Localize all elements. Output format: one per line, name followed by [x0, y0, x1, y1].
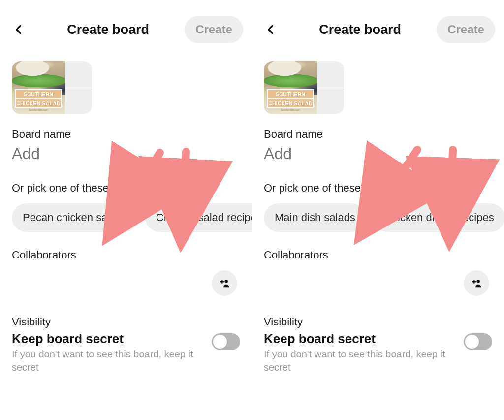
thumb-site: SouthernBite.com — [264, 108, 317, 111]
pick-one-label: Or pick one of these: — [264, 182, 492, 194]
pin-thumbnail: SOUTHERN PECAN CHICKEN SALAD SouthernBit… — [264, 61, 317, 114]
secret-row: Keep board secret If you don't want to s… — [264, 331, 492, 374]
suggestion-chips: Main dish salads Chicken dinner recipes — [264, 203, 492, 232]
create-board-panel-right: Create board Create SOUTHERN PECAN CHICK… — [252, 0, 504, 420]
secret-toggle[interactable] — [464, 333, 492, 350]
add-person-icon — [219, 278, 230, 288]
suggestion-chip[interactable]: Main dish salads — [264, 203, 366, 232]
suggestion-chip[interactable]: Chicken dinner recipes — [373, 203, 504, 232]
secret-subtitle: If you don't want to see this board, kee… — [264, 348, 446, 374]
board-name-input[interactable] — [12, 143, 240, 168]
page-title: Create board — [32, 22, 185, 37]
collaborators-label: Collaborators — [12, 249, 240, 261]
collaborators-label: Collaborators — [264, 249, 492, 261]
create-board-panel-left: Create board Create SOUTHERN PECAN CHICK… — [0, 0, 252, 420]
content: SOUTHERN PECAN CHICKEN SALAD SouthernBit… — [252, 61, 504, 374]
add-collaborator-button[interactable] — [212, 270, 237, 296]
pin-preview-row: SOUTHERN PECAN CHICKEN SALAD SouthernBit… — [264, 61, 492, 114]
pin-preview-row: SOUTHERN PECAN CHICKEN SALAD SouthernBit… — [12, 61, 240, 114]
chevron-left-icon — [266, 24, 276, 35]
add-collaborator-button[interactable] — [464, 270, 489, 296]
pick-one-label: Or pick one of these: — [12, 182, 240, 194]
secret-title: Keep board secret — [12, 331, 194, 347]
collaborators-row — [264, 270, 492, 296]
secret-title: Keep board secret — [264, 331, 446, 347]
board-name-input[interactable] — [264, 143, 492, 168]
secret-text: Keep board secret If you don't want to s… — [12, 331, 194, 374]
thumb-site: SouthernBite.com — [12, 108, 65, 111]
create-button[interactable]: Create — [437, 16, 495, 43]
create-button[interactable]: Create — [185, 16, 243, 43]
page-title: Create board — [284, 22, 437, 37]
svg-point-3 — [476, 280, 479, 283]
secret-text: Keep board secret If you don't want to s… — [264, 331, 446, 374]
secret-row: Keep board secret If you don't want to s… — [12, 331, 240, 374]
thumb-text-line2: CHICKEN SALAD — [15, 98, 62, 108]
svg-point-0 — [224, 280, 227, 283]
pin-thumbnail-side — [317, 61, 344, 114]
header: Create board Create — [252, 0, 504, 54]
board-name-label: Board name — [12, 128, 240, 141]
suggestion-chips: Pecan chicken salads Chicken salad recip… — [12, 203, 240, 232]
back-button[interactable] — [261, 20, 281, 39]
add-person-icon — [471, 278, 482, 288]
secret-subtitle: If you don't want to see this board, kee… — [12, 348, 194, 374]
pin-thumbnail-side — [65, 61, 92, 114]
chevron-left-icon — [14, 24, 24, 35]
visibility-label: Visibility — [12, 316, 240, 328]
content: SOUTHERN PECAN CHICKEN SALAD SouthernBit… — [0, 61, 252, 374]
board-name-label: Board name — [264, 128, 492, 141]
suggestion-chip[interactable]: Pecan chicken salads — [12, 203, 138, 232]
back-button[interactable] — [9, 20, 29, 39]
pin-thumbnail: SOUTHERN PECAN CHICKEN SALAD SouthernBit… — [12, 61, 65, 114]
thumb-text-line2: CHICKEN SALAD — [267, 98, 314, 108]
collaborators-row — [12, 270, 240, 296]
visibility-label: Visibility — [264, 316, 492, 328]
suggestion-chip[interactable]: Chicken salad recipes — [145, 203, 252, 232]
secret-toggle[interactable] — [212, 333, 240, 350]
header: Create board Create — [0, 0, 252, 54]
